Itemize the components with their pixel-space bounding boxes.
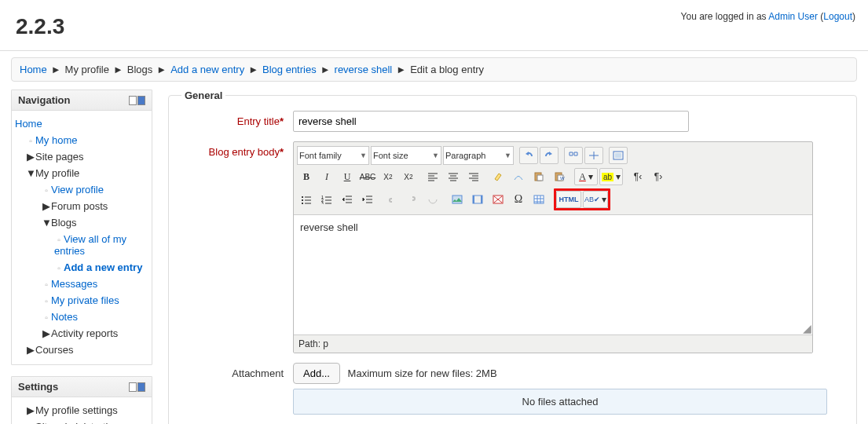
- nav-courses[interactable]: Courses: [35, 344, 73, 356]
- expand-icon[interactable]: ▶: [26, 344, 35, 356]
- clean-icon[interactable]: [489, 168, 507, 185]
- settings-siteadmin[interactable]: Site administration: [35, 421, 119, 424]
- subscript-icon[interactable]: X2: [379, 168, 397, 185]
- undo-icon[interactable]: [519, 147, 538, 164]
- entry-title-label: Entry title: [237, 115, 280, 127]
- expand-icon[interactable]: ▶: [42, 327, 51, 339]
- replace-icon[interactable]: [584, 147, 603, 164]
- media-icon[interactable]: [468, 191, 487, 208]
- rich-text-editor: Font family▼ Font size▼ Paragraph▼: [293, 141, 813, 353]
- link-icon[interactable]: [383, 191, 401, 208]
- align-center-icon[interactable]: [444, 168, 463, 185]
- outdent-icon[interactable]: [338, 191, 357, 208]
- block-controls[interactable]: [129, 382, 145, 392]
- table-icon[interactable]: [529, 191, 548, 208]
- nav-forumposts[interactable]: Forum posts: [51, 200, 108, 212]
- general-fieldset: General Entry title* Blog entry body* Fo…: [168, 90, 857, 424]
- spellcheck-icon[interactable]: AB✔▾: [583, 191, 608, 208]
- text-color-icon[interactable]: A▾: [574, 168, 598, 185]
- bold-icon[interactable]: B: [297, 168, 316, 185]
- superscript-icon[interactable]: X2: [399, 168, 418, 185]
- bullet-icon: ▫: [26, 137, 35, 145]
- indent-icon[interactable]: [358, 191, 377, 208]
- bullet-list-icon[interactable]: [297, 191, 316, 208]
- expand-icon[interactable]: ▶: [42, 200, 51, 212]
- body-label: Blog entry body: [209, 146, 280, 158]
- expand-icon[interactable]: ▶: [26, 404, 35, 416]
- unlink-icon[interactable]: [403, 191, 422, 208]
- bg-color-icon[interactable]: ab▾: [599, 168, 623, 185]
- file-drop-area[interactable]: No files attached: [293, 389, 827, 415]
- nav-blogs[interactable]: Blogs: [51, 217, 77, 228]
- bullet-icon: ▫: [42, 186, 51, 195]
- breadcrumb-item: Edit a blog entry: [410, 64, 484, 75]
- editor-path-bar: Path: p: [294, 334, 812, 353]
- image-icon[interactable]: [448, 191, 467, 208]
- logout-link[interactable]: Logout: [823, 11, 852, 22]
- breadcrumb-item[interactable]: Add a new entry: [170, 64, 244, 75]
- nav-sitepages[interactable]: Site pages: [35, 151, 83, 163]
- collapse-icon[interactable]: ▼: [26, 421, 35, 424]
- settings-profile[interactable]: My profile settings: [35, 404, 118, 416]
- page-header: 2.2.3: [0, 0, 868, 51]
- login-user-link[interactable]: Admin User: [768, 11, 818, 22]
- nav-addnew[interactable]: Add a new entry: [64, 261, 142, 273]
- nav-viewprofile[interactable]: View profile: [51, 184, 104, 196]
- paste-text-icon[interactable]: [529, 168, 548, 185]
- navigation-block: Navigation Home ▫My home ▶Site pages ▼My…: [11, 90, 152, 365]
- fullscreen-icon[interactable]: [609, 147, 628, 164]
- editor-content-area[interactable]: reverse shell ◢: [294, 214, 812, 334]
- breadcrumb-item: Blogs: [127, 64, 153, 75]
- breadcrumb-sep-icon: ►: [248, 64, 258, 75]
- block-controls[interactable]: [129, 96, 145, 105]
- find-icon[interactable]: [564, 147, 583, 164]
- breadcrumb-item[interactable]: reverse shell: [335, 64, 393, 75]
- nav-privatefiles[interactable]: My private files: [51, 294, 119, 306]
- number-list-icon[interactable]: 123: [317, 191, 336, 208]
- breadcrumb-item[interactable]: Blog entries: [262, 64, 317, 75]
- breadcrumb-item[interactable]: Home: [20, 64, 47, 75]
- align-left-icon[interactable]: [423, 168, 442, 185]
- nav-notes[interactable]: Notes: [51, 311, 78, 323]
- align-right-icon[interactable]: [464, 168, 483, 185]
- font-size-select[interactable]: Font size▼: [371, 146, 441, 165]
- expand-icon[interactable]: ▶: [26, 151, 35, 163]
- highlighted-toolbar-group: HTML AB✔▾: [554, 188, 610, 210]
- collapse-icon[interactable]: ▼: [42, 217, 51, 228]
- nav-myhome[interactable]: My home: [35, 134, 77, 146]
- nav-messages[interactable]: Messages: [51, 278, 97, 290]
- settings-block: Settings ▶My profile settings ▼Site admi…: [11, 376, 152, 424]
- nav-myprofile[interactable]: My profile: [35, 167, 79, 179]
- paste-word-icon[interactable]: W: [550, 168, 569, 185]
- add-file-button[interactable]: Add...: [293, 363, 340, 384]
- html-source-button[interactable]: HTML: [556, 191, 581, 208]
- collapse-icon[interactable]: ▼: [26, 167, 35, 179]
- strike-icon[interactable]: ABC: [358, 168, 377, 185]
- settings-block-title: Settings: [18, 381, 58, 393]
- nav-home[interactable]: Home: [15, 118, 42, 130]
- svg-text:W: W: [560, 176, 565, 181]
- paragraph-select[interactable]: Paragraph▼: [443, 146, 514, 165]
- login-prefix: You are logged in as: [681, 11, 769, 22]
- italic-icon[interactable]: I: [317, 168, 336, 185]
- nav-activity[interactable]: Activity reports: [51, 327, 118, 339]
- special-char-icon[interactable]: Ω: [509, 191, 528, 208]
- remove-format-icon[interactable]: [509, 168, 528, 185]
- bullet-icon: ▫: [42, 297, 51, 305]
- svg-point-9: [302, 203, 303, 204]
- svg-point-7: [302, 196, 303, 198]
- breadcrumb-sep-icon: ►: [113, 64, 123, 75]
- rtl-icon[interactable]: ¶›: [649, 168, 668, 185]
- anchor-icon[interactable]: [423, 191, 442, 208]
- entry-title-input[interactable]: [293, 111, 689, 132]
- svg-rect-3: [537, 175, 543, 181]
- redo-icon[interactable]: [540, 147, 559, 164]
- resize-grip-icon[interactable]: ◢: [802, 324, 811, 334]
- svg-rect-15: [473, 196, 474, 203]
- no-media-icon[interactable]: [489, 191, 507, 208]
- nav-viewall[interactable]: View all of my entries: [54, 233, 126, 257]
- breadcrumb-sep-icon: ►: [51, 64, 61, 75]
- ltr-icon[interactable]: ¶‹: [628, 168, 647, 185]
- underline-icon[interactable]: U: [338, 168, 357, 185]
- font-family-select[interactable]: Font family▼: [297, 146, 369, 165]
